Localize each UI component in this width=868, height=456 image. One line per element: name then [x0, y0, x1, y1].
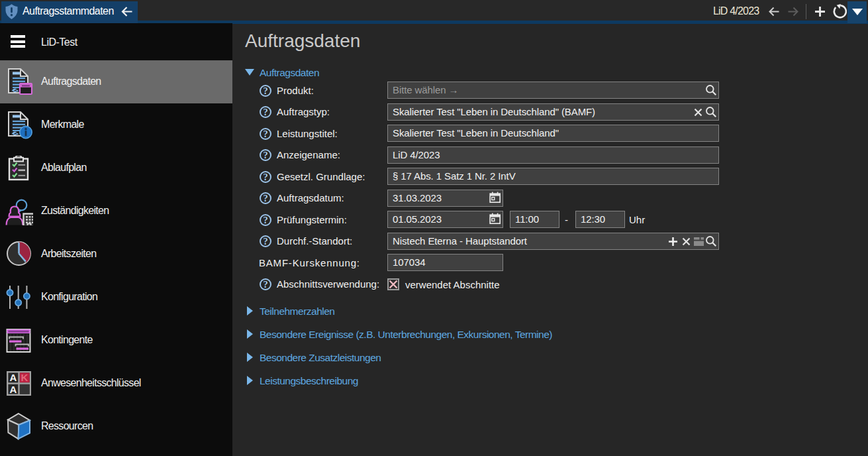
- svg-text:K: K: [21, 372, 28, 383]
- svg-text:A: A: [9, 372, 17, 383]
- svg-text:A: A: [9, 384, 17, 395]
